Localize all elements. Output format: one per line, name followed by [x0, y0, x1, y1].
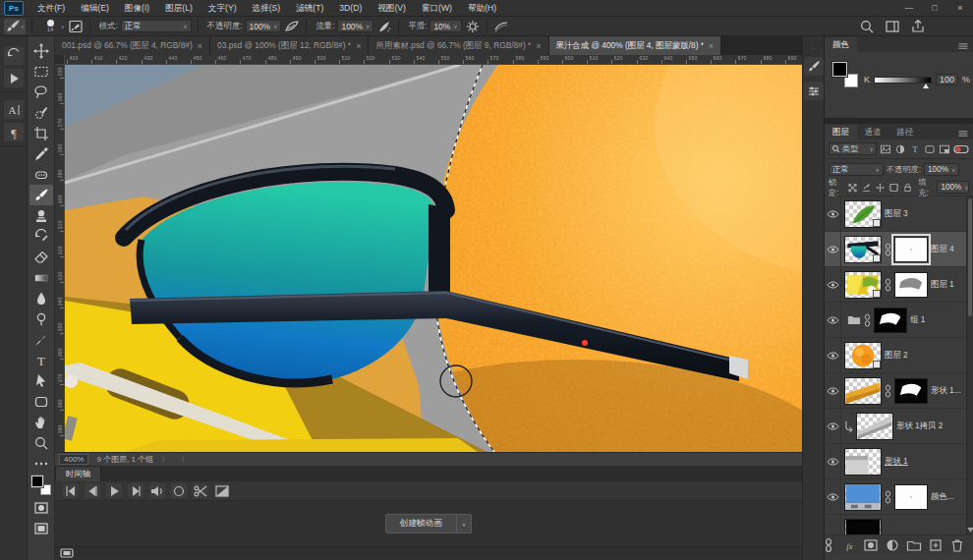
lock-transparent-icon[interactable] [847, 180, 858, 196]
menu-item-7[interactable]: 3D(D) [331, 0, 370, 16]
dodge-tool[interactable] [29, 308, 53, 329]
menu-item-8[interactable]: 视图(V) [370, 0, 414, 16]
visibility-eye-icon[interactable] [825, 267, 841, 302]
filter-type-icon[interactable]: T [909, 142, 921, 156]
close-icon[interactable]: × [709, 41, 714, 51]
layer-name[interactable]: 图层 2 [885, 350, 908, 361]
mask-link-icon[interactable] [885, 384, 891, 398]
document-tab-3[interactable]: 果汁合成 @ 400% (图层 4, 图层蒙版/8) *× [549, 36, 722, 55]
opacity-select[interactable]: 100%∨ [246, 20, 282, 32]
tab-图层[interactable]: 图层 [825, 125, 857, 140]
toggle-brush-panel-icon[interactable] [68, 19, 84, 34]
tab-通道[interactable]: 通道 [857, 125, 889, 140]
filter-smart-icon[interactable] [939, 141, 950, 157]
document-tab-1[interactable]: 03.psd @ 100% (图层 12, RGB/8#) *× [210, 36, 369, 55]
menu-item-6[interactable]: 滤镜(T) [288, 0, 331, 16]
tab-timeline[interactable]: 时间轴 [55, 466, 101, 481]
path-select-tool[interactable] [29, 370, 53, 391]
filter-adjustment-icon[interactable] [894, 141, 906, 157]
quick-select-tool[interactable] [29, 102, 53, 123]
lock-pixels-icon[interactable] [861, 180, 872, 196]
layer-blend-mode-select[interactable]: 正常∨ [829, 163, 884, 176]
blend-mode-select[interactable]: 正常∨ [121, 20, 192, 32]
foreground-color-swatch[interactable] [832, 62, 847, 77]
layer-mask-thumbnail[interactable] [894, 378, 928, 404]
layers-scrollbar[interactable] [966, 196, 973, 534]
transition-icon[interactable] [214, 483, 230, 498]
screen-mode[interactable] [29, 518, 53, 538]
brush-tool[interactable] [29, 185, 53, 205]
lock-position-icon[interactable] [875, 180, 886, 196]
next-frame-icon[interactable] [128, 483, 143, 498]
menu-item-2[interactable]: 图像(I) [117, 0, 157, 16]
zoom-tool[interactable] [29, 432, 53, 453]
quick-mask[interactable] [29, 497, 53, 518]
layer-thumbnail[interactable] [844, 236, 882, 263]
ellipsis[interactable] [29, 453, 53, 474]
close-icon[interactable]: × [356, 41, 361, 51]
panel-menu-icon[interactable] [957, 40, 969, 52]
delete-layer-icon[interactable] [949, 537, 965, 553]
menu-item-10[interactable]: 帮助(H) [460, 0, 504, 16]
layer-style-icon[interactable]: fx [842, 538, 857, 552]
visibility-eye-icon[interactable] [825, 303, 841, 337]
visibility-eye-icon[interactable] [825, 196, 841, 231]
menu-item-1[interactable]: 编辑(E) [73, 0, 117, 16]
pen-tool[interactable] [29, 329, 53, 350]
filter-toggle-icon[interactable] [953, 141, 969, 157]
gear-icon[interactable] [465, 19, 481, 34]
airbrush-icon[interactable] [376, 19, 392, 34]
blur-tool[interactable] [29, 288, 53, 308]
crop-tool[interactable] [29, 123, 53, 143]
layer-name[interactable]: 组 1 [910, 314, 925, 325]
layer-row-8[interactable]: 颜色... [825, 479, 973, 515]
lock-all-icon[interactable] [902, 180, 913, 196]
layer-row-7[interactable]: 形状 1 [825, 444, 973, 479]
layer-thumbnail[interactable] [844, 271, 882, 299]
tab-color[interactable]: 颜色 [825, 37, 857, 52]
foreground-swatch[interactable] [31, 476, 43, 487]
paragraph-panel-icon[interactable]: ¶ [4, 123, 24, 141]
shape-tool[interactable] [29, 391, 53, 412]
layer-thumbnail[interactable] [844, 377, 882, 405]
split-icon[interactable] [193, 483, 208, 498]
scroll-down-icon[interactable] [967, 528, 973, 533]
mask-link-icon[interactable] [864, 313, 871, 327]
layer-row-9[interactable] [825, 515, 973, 534]
layer-thumbnail[interactable] [856, 413, 893, 440]
menu-item-5[interactable]: 选择(S) [245, 0, 289, 16]
mask-link-icon[interactable] [885, 243, 891, 256]
layer-row-4[interactable]: 图层 2 [825, 338, 973, 373]
panel-menu-icon[interactable] [957, 128, 969, 140]
fg-bg-swatches[interactable] [31, 476, 51, 495]
layer-name[interactable]: 颜色... [931, 491, 954, 502]
visibility-eye-icon[interactable] [825, 232, 841, 266]
layer-mask-thumbnail[interactable] [874, 308, 907, 333]
menu-item-9[interactable]: 窗口(W) [414, 0, 460, 16]
menu-item-3[interactable]: 图层(L) [157, 0, 200, 16]
search-icon[interactable] [859, 19, 875, 34]
layer-row-1[interactable]: 图层 4 [825, 232, 973, 267]
layer-name[interactable]: 图层 4 [931, 244, 954, 254]
menu-item-4[interactable]: 文字(Y) [200, 0, 245, 16]
visibility-eye-icon[interactable] [825, 373, 841, 408]
audio-icon[interactable] [149, 483, 165, 498]
filter-shape-icon[interactable] [924, 141, 936, 157]
visibility-eye-icon[interactable] [825, 444, 841, 478]
visibility-eye-icon[interactable] [825, 409, 841, 443]
visibility-eye-icon[interactable] [825, 515, 841, 534]
create-frame-animation-button[interactable]: 创建帧动画 [385, 514, 457, 533]
k-channel-slider[interactable] [874, 77, 932, 84]
visibility-eye-icon[interactable] [825, 338, 841, 372]
layer-filter-select[interactable]: 类型∨ [829, 142, 877, 155]
document-tab-0[interactable]: 001.psd @ 66.7% (图层 4, RGB/8#)× [55, 36, 210, 55]
brush-settings-icon[interactable] [804, 57, 824, 76]
foreground-background-swatches[interactable] [832, 62, 858, 87]
mask-link-icon[interactable] [885, 490, 891, 504]
play-icon[interactable] [106, 483, 122, 498]
lock-artboard-icon[interactable] [888, 180, 899, 196]
hand-tool[interactable] [29, 412, 53, 432]
layer-mask-thumbnail[interactable] [894, 272, 928, 298]
type-tool[interactable]: T [29, 350, 53, 370]
history-panel-icon[interactable] [4, 46, 24, 65]
